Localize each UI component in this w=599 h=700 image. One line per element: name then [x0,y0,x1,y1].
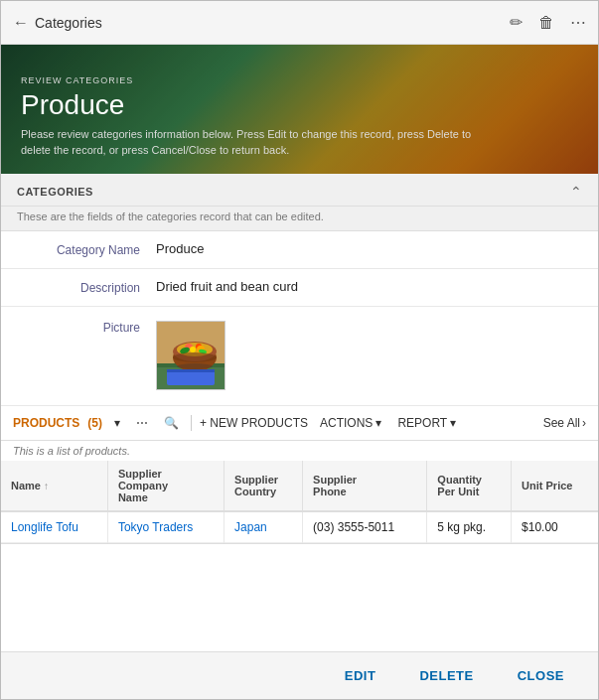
sort-icon: ↑ [44,481,49,491]
table-header-row: Name ↑ SupplierCompanyName SupplierCount… [1,461,598,511]
products-table: Name ↑ SupplierCompanyName SupplierCount… [1,461,598,543]
categories-section-header: CATEGORIES ⌃ [1,174,598,207]
hero-subtitle: REVIEW CATEGORIES [21,75,578,85]
hero-title: Produce [21,89,578,121]
products-search-button[interactable]: 🔍 [160,414,183,432]
products-toolbar: PRODUCTS (5) ▾ ⋯ 🔍 + NEW PRODUCTS ACTION… [1,406,598,441]
cell-quantity-per-unit: 5 kg pkg. [427,511,512,543]
picture-row: Picture [1,307,598,406]
description-label: Description [17,279,156,295]
category-name-label: Category Name [17,241,156,257]
cell-supplier-company[interactable]: Tokyo Traders [107,511,224,543]
category-name-value: Produce [156,241,582,256]
description-value: Dried fruit and bean curd [156,279,582,294]
header: ← Categories ✏ 🗑 ⋯ [1,1,598,45]
edit-icon[interactable]: ✏ [510,13,523,32]
products-dropdown-icon[interactable]: ▾ [110,414,124,432]
see-all-label: See All [543,416,580,430]
col-header-quantity-per-unit: QuantityPer Unit [427,461,512,511]
cell-unit-price: $10.00 [512,511,598,543]
report-button[interactable]: REPORT ▾ [393,414,460,432]
back-button[interactable]: ← Categories [13,14,102,32]
products-count: (5) [87,416,102,430]
description-row: Description Dried fruit and bean curd [1,269,598,307]
picture-thumbnail [156,321,225,390]
categories-subtitle: These are the fields of the categories r… [1,207,598,231]
products-label: PRODUCTS [13,416,79,430]
col-header-name: Name ↑ [1,461,107,511]
back-arrow-icon: ← [13,14,29,32]
new-products-button[interactable]: + NEW PRODUCTS [200,416,308,430]
hero-description: Please review categories information bel… [21,127,498,158]
actions-label: ACTIONS [320,416,373,430]
actions-button[interactable]: ACTIONS ▾ [316,414,385,432]
actions-dropdown-icon: ▾ [375,416,381,430]
table-row[interactable]: Longlife Tofu Tokyo Traders Japan (03) 3… [1,511,598,543]
back-label: Categories [35,15,102,31]
see-all-button[interactable]: See All › [543,416,586,430]
svg-rect-15 [167,369,215,372]
products-list-label: This is a list of products. [1,441,598,461]
toolbar-separator [191,415,192,431]
products-table-container: Name ↑ SupplierCompanyName SupplierCount… [1,461,598,544]
report-dropdown-icon: ▾ [450,416,456,430]
hero-content: REVIEW CATEGORIES Produce Please review … [21,75,578,158]
cell-name[interactable]: Longlife Tofu [1,511,107,543]
edit-button[interactable]: EDIT [327,662,394,689]
header-actions: ✏ 🗑 ⋯ [510,13,586,32]
hero-banner: REVIEW CATEGORIES Produce Please review … [1,45,598,174]
categories-title: CATEGORIES [17,186,93,198]
cell-supplier-country[interactable]: Japan [225,511,303,543]
picture-label: Picture [17,321,156,335]
close-button[interactable]: CLOSE [500,662,582,689]
products-more-icon[interactable]: ⋯ [132,414,152,432]
delete-button[interactable]: DELETE [401,662,491,689]
col-header-supplier-phone: SupplierPhone [303,461,427,511]
category-name-row: Category Name Produce [1,231,598,269]
footer: EDIT DELETE CLOSE [1,651,598,699]
col-header-supplier-country: SupplierCountry [225,461,303,511]
cell-supplier-phone: (03) 3555-5011 [303,511,427,543]
more-icon[interactable]: ⋯ [570,13,586,32]
svg-point-12 [173,352,217,362]
collapse-icon[interactable]: ⌃ [570,184,582,200]
main-window: ← Categories ✏ 🗑 ⋯ REVIEW CATEGORIES Pro… [0,0,599,700]
report-label: REPORT [397,416,447,430]
col-header-supplier-company: SupplierCompanyName [107,461,224,511]
picture-value [156,321,582,390]
svg-point-8 [190,347,196,352]
svg-point-13 [177,363,213,369]
delete-icon[interactable]: 🗑 [538,14,554,32]
see-all-chevron-icon: › [582,416,586,430]
col-header-unit-price: Unit Price [512,461,598,511]
